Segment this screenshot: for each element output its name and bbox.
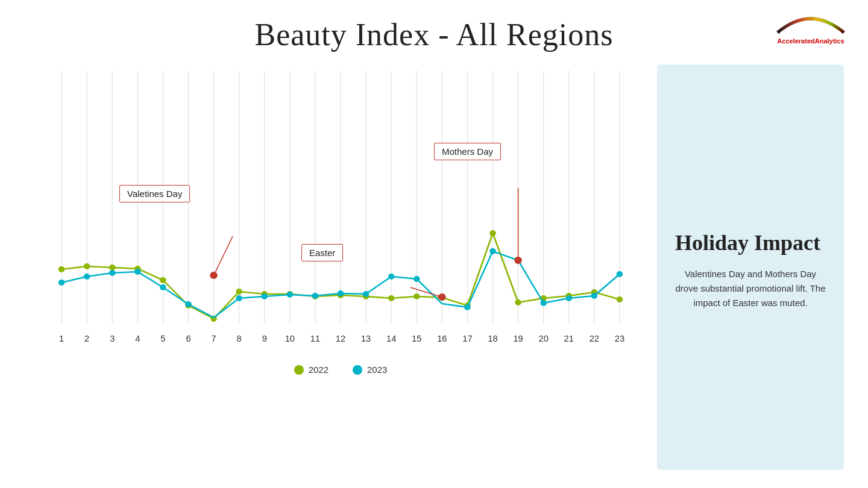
dot-2022-23 — [617, 296, 623, 302]
dot-2023-12 — [338, 290, 344, 296]
x-label-23: 23 — [615, 334, 624, 343]
x-label-17: 17 — [462, 334, 472, 343]
dot-2023-17 — [464, 304, 471, 310]
x-label-8: 8 — [237, 334, 242, 343]
dot-2023-3 — [109, 270, 116, 276]
dot-2022-8 — [236, 289, 242, 295]
chart-container: 1 2 3 4 5 6 7 8 9 10 11 12 13 14 15 16 1 — [36, 64, 645, 360]
x-label-3: 3 — [110, 334, 115, 343]
logo-text-analytics: Analytics — [815, 37, 844, 45]
x-label-5: 5 — [160, 334, 165, 343]
mothers-day-label: Mothers Day — [442, 146, 493, 157]
dot-2022-3 — [109, 264, 116, 271]
chart-legend: 2022 2023 — [36, 364, 645, 375]
dot-2023-4 — [134, 269, 141, 275]
x-label-7: 7 — [211, 334, 216, 343]
side-panel-title: Holiday Impact — [675, 230, 826, 256]
logo-arc-icon — [772, 11, 850, 34]
dot-2023-13 — [363, 291, 370, 297]
content-area: 1 2 3 4 5 6 7 8 9 10 11 12 13 14 15 16 1 — [0, 52, 868, 488]
logo-text: AcceleratedAnalytics — [772, 37, 850, 45]
mothers-day-annotation-box: Mothers Day — [434, 143, 501, 160]
valentines-annotation-box: Valetines Day — [119, 185, 190, 202]
valentines-label: Valetines Day — [127, 189, 182, 199]
valentines-line — [214, 236, 233, 275]
x-label-21: 21 — [564, 334, 574, 343]
dot-2023-14 — [388, 274, 395, 280]
legend-item-2022: 2022 — [294, 364, 329, 375]
x-label-19: 19 — [513, 334, 523, 343]
x-label-10: 10 — [285, 334, 295, 343]
x-label-14: 14 — [386, 334, 396, 343]
easter-annotation-box: Easter — [301, 244, 343, 261]
dot-2023-1 — [58, 280, 65, 286]
chart-svg: 1 2 3 4 5 6 7 8 9 10 11 12 13 14 15 16 1 — [36, 64, 645, 360]
dot-2022-18 — [489, 230, 496, 236]
dot-2022-19 — [515, 299, 521, 305]
x-label-18: 18 — [488, 334, 497, 343]
x-label-15: 15 — [412, 334, 421, 343]
x-label-13: 13 — [361, 334, 371, 343]
x-label-9: 9 — [262, 334, 267, 343]
easter-label: Easter — [309, 248, 335, 258]
legend-label-2023: 2023 — [367, 364, 387, 375]
x-label-22: 22 — [590, 334, 599, 343]
dot-2023-20 — [540, 300, 547, 306]
dot-2023-22 — [591, 293, 598, 299]
chart-section: 1 2 3 4 5 6 7 8 9 10 11 12 13 14 15 16 1 — [36, 64, 645, 470]
logo: AcceleratedAnalytics — [772, 11, 850, 45]
dot-2023-5 — [160, 284, 166, 290]
x-label-20: 20 — [538, 334, 548, 343]
dot-2023-11 — [312, 293, 319, 299]
logo-text-accelerated: Accelerated — [777, 37, 814, 45]
dot-2023-8 — [236, 295, 242, 301]
x-label-11: 11 — [310, 334, 320, 343]
x-label-4: 4 — [135, 334, 140, 343]
dot-2023-23 — [617, 271, 623, 277]
side-panel-text: Valentines Day and Mothers Day drove sub… — [675, 267, 826, 310]
legend-label-2022: 2022 — [309, 364, 329, 375]
dot-2022-2 — [84, 263, 90, 269]
dot-2022-1 — [58, 266, 65, 272]
legend-item-2023: 2023 — [353, 364, 387, 375]
dot-2023-2 — [84, 274, 90, 280]
x-label-12: 12 — [336, 334, 345, 343]
dot-2023-18 — [489, 248, 496, 254]
dot-2022-5 — [160, 277, 166, 283]
page-title: Beauty Index - All Regions — [0, 17, 868, 52]
dot-2022-15 — [414, 293, 420, 299]
x-label-6: 6 — [186, 334, 190, 343]
dot-2023-6 — [185, 301, 192, 307]
legend-dot-2023 — [353, 365, 362, 375]
dot-2023-10 — [287, 292, 294, 298]
page: Beauty Index - All Regions — [0, 0, 868, 488]
legend-dot-2022 — [294, 365, 304, 375]
x-label-16: 16 — [437, 334, 447, 343]
header: Beauty Index - All Regions — [0, 0, 868, 52]
dot-2023-9 — [261, 293, 268, 299]
x-label-1: 1 — [59, 334, 64, 343]
dot-2023-15 — [414, 276, 420, 282]
x-label-2: 2 — [84, 334, 89, 343]
dot-2022-14 — [388, 295, 395, 301]
dot-2023-21 — [565, 295, 572, 301]
side-panel: Holiday Impact Valentines Day and Mother… — [657, 64, 844, 470]
